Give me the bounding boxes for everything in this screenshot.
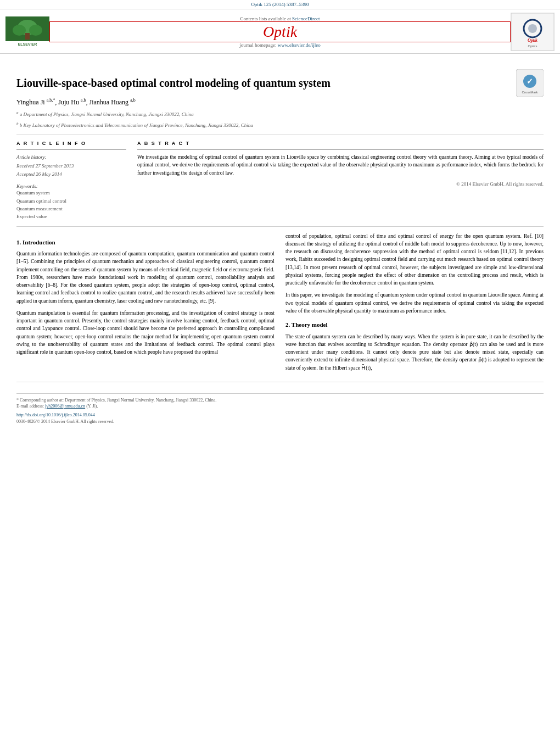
affiliation-b: b b Key Laboratory of Photoelectronics a… — [16, 121, 544, 130]
abstract-heading: A B S T R A C T — [137, 141, 544, 146]
section1-para1: Quantum information technologies are com… — [16, 250, 275, 305]
crossmark-badge[interactable]: ✓ CrossMark — [516, 69, 544, 98]
homepage-link[interactable]: www.elsevier.de/ijleo — [278, 42, 321, 48]
contents-available-text: Contents lists available at ScienceDirec… — [49, 16, 511, 21]
journal-homepage: journal homepage: www.elsevier.de/ijleo — [49, 42, 511, 48]
body-left-col: 1. Introduction Quantum information tech… — [16, 232, 275, 376]
section1-title: 1. Introduction — [16, 238, 275, 247]
crossmark-icon: ✓ CrossMark — [516, 69, 544, 97]
history-label: Article history: — [16, 153, 126, 161]
svg-rect-4 — [25, 33, 30, 40]
keywords-section: Keywords: Quantum system Quantum optimal… — [16, 183, 126, 221]
authors-line: Yinghua Ji a,b,*, Juju Hu a,b, Jianhua H… — [16, 98, 544, 107]
article-info-col: A R T I C L E I N F O Article history: R… — [16, 141, 126, 221]
accepted-date: Accepted 26 May 2014 — [16, 170, 126, 178]
article-info-heading: A R T I C L E I N F O — [16, 141, 126, 146]
copyright-line: © 2014 Elsevier GmbH. All rights reserve… — [137, 181, 544, 187]
keyword-1: Quantum system — [16, 189, 126, 197]
doi-line: http://dx.doi.org/10.1016/j.ijleo.2014.0… — [16, 412, 544, 417]
issn-line: 0030-4026/© 2014 Elsevier GmbH. All righ… — [16, 419, 544, 425]
section1-right-para2: In this paper, we investigate the modeli… — [285, 291, 544, 315]
separator-2 — [16, 226, 544, 227]
separator-1 — [16, 135, 544, 135]
svg-point-2 — [13, 25, 26, 36]
corresponding-note: * Corresponding author at: Department of… — [16, 397, 544, 403]
svg-text:Optik: Optik — [528, 38, 537, 43]
affiliation-a: a a Department of Physics, Jiangxi Norma… — [16, 110, 544, 119]
keyword-3: Quantum measurement — [16, 205, 126, 213]
optik-optics-logo: Optik Optics — [511, 13, 555, 51]
svg-point-8 — [528, 24, 537, 33]
doi-link[interactable]: http://dx.doi.org/10.1016/j.ijleo.2014.0… — [16, 412, 95, 417]
email-link[interactable]: jyh2006@jnmu.edu.cn — [45, 404, 85, 409]
article-info-row: A R T I C L E I N F O Article history: R… — [16, 141, 544, 221]
main-content: Liouville-space-based optimal control mo… — [0, 54, 560, 431]
footer-section: * Corresponding author at: Department of… — [16, 393, 544, 425]
separator-footer — [16, 382, 544, 382]
citation-text: Optik 125 (2014) 5387–5390 — [251, 2, 309, 7]
journal-name-box: Optik — [49, 21, 511, 42]
journal-name-display: Optik — [263, 23, 297, 40]
article-history: Article history: Received 27 September 2… — [16, 153, 126, 178]
svg-text:✓: ✓ — [527, 77, 533, 86]
abstract-col: A B S T R A C T We investigate the model… — [137, 141, 544, 221]
article-title: Liouville-space-based optimal control mo… — [16, 76, 516, 90]
section2-title: 2. Theory model — [285, 320, 544, 330]
section1-para2: Quantum manipulation is essential for qu… — [16, 309, 275, 356]
received-date: Received 27 September 2013 — [16, 162, 126, 170]
svg-point-3 — [29, 25, 42, 36]
svg-text:Optics: Optics — [528, 44, 537, 48]
keywords-label: Keywords: — [16, 183, 126, 189]
citation-bar: Optik 125 (2014) 5387–5390 — [0, 0, 560, 9]
keywords-list: Quantum system Quantum optimal control Q… — [16, 189, 126, 221]
svg-text:ELSEVIER: ELSEVIER — [18, 42, 37, 46]
elsevier-tree-icon: ELSEVIER — [5, 16, 49, 47]
section2-para1: The state of quantum system can be descr… — [285, 333, 544, 372]
elsevier-logo: ELSEVIER — [5, 16, 49, 48]
journal-header: ELSEVIER Contents lists available at Sci… — [0, 9, 560, 54]
body-content: 1. Introduction Quantum information tech… — [16, 232, 544, 376]
email-note: E-mail address: jyh2006@jnmu.edu.cn (Y. … — [16, 403, 544, 409]
journal-header-center: Contents lists available at ScienceDirec… — [49, 16, 511, 48]
keyword-4: Expected value — [16, 213, 126, 220]
body-right-col: control of population, optimal control o… — [285, 232, 544, 376]
svg-text:CrossMark: CrossMark — [522, 91, 538, 94]
abstract-text: We investigate the modeling of optimal c… — [137, 153, 544, 177]
science-direct-link[interactable]: ScienceDirect — [292, 16, 320, 21]
keyword-2: Quantum optimal control — [16, 197, 126, 205]
section1-right-para1: control of population, optimal control o… — [285, 232, 544, 287]
optik-optics-logo-icon: Optik Optics — [511, 13, 554, 51]
